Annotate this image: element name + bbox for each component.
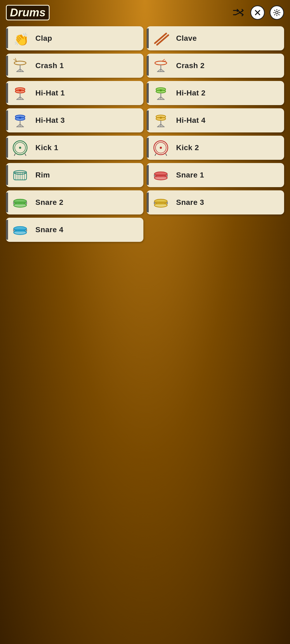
svg-point-32 — [19, 89, 21, 91]
hihat2-button[interactable]: Hi-Hat 2 — [147, 81, 284, 105]
svg-rect-88 — [167, 202, 168, 204]
rim-label: Rim — [35, 171, 50, 179]
svg-rect-94 — [26, 229, 27, 231]
clave-button[interactable]: Clave — [147, 26, 284, 50]
clave-label: Clave — [176, 34, 197, 43]
hihat2-label: Hi-Hat 2 — [176, 89, 206, 97]
hihat1-label: Hi-Hat 1 — [35, 89, 65, 97]
instrument-grid: 👏 Clap Clave — [0, 24, 290, 250]
svg-point-12 — [14, 61, 26, 65]
svg-text:👏: 👏 — [14, 32, 29, 47]
header-icons — [231, 5, 284, 20]
svg-rect-93 — [13, 229, 14, 231]
hihat3-icon — [11, 111, 29, 130]
clap-button[interactable]: 👏 Clap — [6, 26, 143, 50]
snare3-button[interactable]: Snare 3 — [147, 190, 284, 214]
hihat4-label: Hi-Hat 4 — [176, 116, 206, 125]
crash2-label: Crash 2 — [176, 61, 205, 70]
close-icon — [250, 5, 265, 20]
svg-rect-76 — [167, 175, 168, 177]
snare4-button[interactable]: Snare 4 — [6, 218, 143, 242]
shuffle-button[interactable] — [231, 5, 246, 20]
snare2-button[interactable]: Snare 2 — [6, 190, 143, 214]
clap-icon: 👏 — [11, 29, 29, 48]
crash1-label: Crash 1 — [35, 61, 64, 70]
svg-line-58 — [25, 154, 26, 156]
svg-point-61 — [160, 147, 162, 149]
kick1-label: Kick 1 — [35, 143, 58, 152]
svg-rect-87 — [154, 202, 155, 204]
rim-button[interactable]: Rim — [6, 163, 143, 187]
hihat1-icon — [11, 84, 29, 102]
snare1-label: Snare 1 — [176, 171, 204, 179]
svg-rect-81 — [13, 202, 14, 204]
svg-line-62 — [155, 154, 156, 156]
hihat2-icon — [151, 84, 170, 102]
crash1-button[interactable]: Crash 1 — [6, 54, 143, 78]
crash2-icon — [151, 56, 170, 75]
hihat3-button[interactable]: Hi-Hat 3 — [6, 108, 143, 132]
hihat3-label: Hi-Hat 3 — [35, 116, 65, 125]
hihat4-button[interactable]: Hi-Hat 4 — [147, 108, 284, 132]
hihat4-icon — [151, 111, 170, 130]
svg-point-53 — [160, 117, 162, 119]
snare3-icon — [151, 193, 170, 212]
svg-point-39 — [160, 89, 162, 91]
app-title: Drums — [6, 5, 50, 20]
svg-rect-75 — [154, 175, 155, 177]
svg-line-63 — [166, 154, 167, 156]
hihat1-button[interactable]: Hi-Hat 1 — [6, 81, 143, 105]
svg-point-19 — [155, 61, 167, 65]
kick1-button[interactable]: Kick 1 — [6, 136, 143, 160]
snare2-label: Snare 2 — [35, 198, 64, 207]
settings-icon — [270, 5, 284, 20]
snare4-icon — [11, 220, 29, 239]
clave-icon — [151, 29, 170, 48]
snare4-label: Snare 4 — [35, 225, 64, 234]
svg-line-3 — [236, 13, 240, 15]
clap-label: Clap — [35, 34, 52, 43]
snare2-icon — [11, 193, 29, 212]
close-button[interactable] — [250, 5, 265, 20]
crash1-icon — [11, 56, 29, 75]
rim-icon — [11, 166, 29, 184]
svg-rect-82 — [26, 202, 27, 204]
snare1-icon — [151, 166, 170, 184]
snare1-button[interactable]: Snare 1 — [147, 163, 284, 187]
kick2-icon — [151, 138, 170, 157]
snare3-label: Snare 3 — [176, 198, 204, 207]
svg-point-8 — [276, 12, 278, 14]
settings-button[interactable] — [270, 5, 284, 20]
svg-line-57 — [14, 154, 15, 156]
svg-point-56 — [19, 147, 21, 149]
kick1-icon — [11, 138, 29, 157]
kick2-button[interactable]: Kick 2 — [147, 136, 284, 160]
svg-point-46 — [19, 117, 21, 119]
app-header: Drums — [0, 0, 290, 24]
kick2-label: Kick 2 — [176, 143, 199, 152]
crash2-button[interactable]: Crash 2 — [147, 54, 284, 78]
